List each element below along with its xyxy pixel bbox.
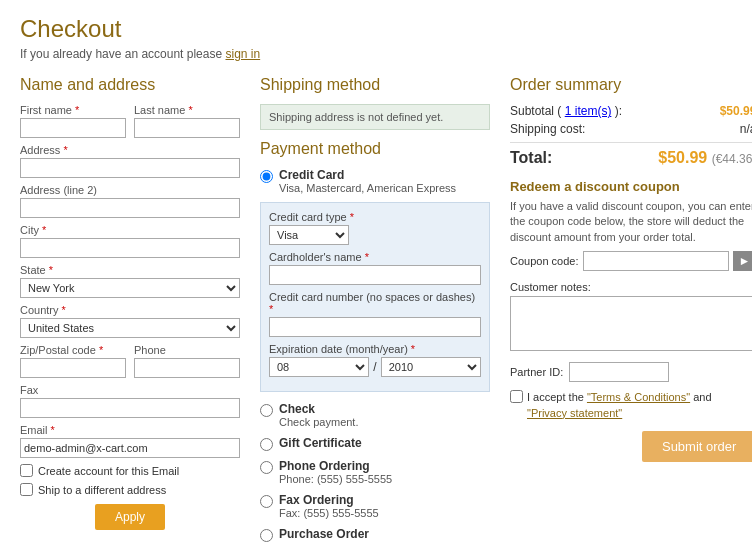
cc-exp-month-select[interactable]: 08 [269, 357, 369, 377]
ship-different-row: Ship to a different address [20, 483, 240, 496]
shipping-notice: Shipping address is not defined yet. [260, 104, 490, 130]
payment-option-po: Purchase Order [260, 527, 490, 542]
cc-exp-field: Expiration date (month/year) * 08 / 2010 [269, 343, 481, 377]
city-input[interactable] [20, 238, 240, 258]
privacy-link[interactable]: "Privacy statement" [527, 407, 622, 419]
email-field: Email * [20, 424, 240, 458]
city-field: City * [20, 224, 240, 258]
cc-type-field: Credit card type * Visa [269, 211, 481, 245]
page-title: Checkout [20, 15, 732, 43]
signin-link[interactable]: sign in [225, 47, 260, 61]
shipping-payment-section: Shipping method Shipping address is not … [260, 76, 490, 550]
apply-button[interactable]: Apply [95, 504, 165, 530]
address-field: Address * [20, 144, 240, 178]
customer-notes-section: Customer notes: [510, 281, 752, 354]
coupon-row: Coupon code: ► [510, 251, 752, 271]
partner-id-input[interactable] [569, 362, 669, 382]
subtitle: If you already have an account please si… [20, 47, 732, 61]
shipping-title: Shipping method [260, 76, 490, 94]
payment-option-phone: Phone Ordering Phone: (555) 555-5555 [260, 459, 490, 485]
items-link[interactable]: 1 item(s) [565, 104, 612, 118]
payment-option-credit-card: Credit Card Visa, Mastercard, American E… [260, 168, 490, 194]
order-summary-section: Order summary Subtotal ( 1 item(s) ): $5… [510, 76, 752, 462]
first-name-field: First name * [20, 104, 126, 138]
state-select[interactable]: New York [20, 278, 240, 298]
cc-holder-input[interactable] [269, 265, 481, 285]
phone-radio[interactable] [260, 461, 273, 474]
last-name-input[interactable] [134, 118, 240, 138]
check-radio[interactable] [260, 404, 273, 417]
address-input[interactable] [20, 158, 240, 178]
order-summary-title: Order summary [510, 76, 752, 94]
fax-radio[interactable] [260, 495, 273, 508]
customer-notes-input[interactable] [510, 296, 752, 351]
ship-different-checkbox[interactable] [20, 483, 33, 496]
payment-option-gift: Gift Certificate [260, 436, 490, 451]
shipping-cost-line: Shipping cost: n/a [510, 122, 752, 136]
gift-radio[interactable] [260, 438, 273, 451]
last-name-field: Last name * [134, 104, 240, 138]
create-account-row: Create account for this Email [20, 464, 240, 477]
payment-title: Payment method [260, 140, 490, 158]
state-field: State * New York [20, 264, 240, 298]
zip-field: Zip/Postal code * [20, 344, 126, 378]
cc-exp-year-select[interactable]: 2010 [381, 357, 481, 377]
subtotal-line: Subtotal ( 1 item(s) ): $50.99 [510, 104, 752, 118]
payment-option-fax: Fax Ordering Fax: (555) 555-5555 [260, 493, 490, 519]
address2-field: Address (line 2) [20, 184, 240, 218]
submit-order-button[interactable]: Submit order [642, 431, 752, 462]
fax-field: Fax [20, 384, 240, 418]
credit-card-form: Credit card type * Visa Cardholder's nam… [260, 202, 490, 392]
terms-checkbox[interactable] [510, 390, 523, 403]
discount-title: Redeem a discount coupon [510, 179, 752, 194]
terms-row: I accept the "Terms & Conditions" and "P… [510, 390, 752, 421]
discount-description: If you have a valid discount coupon, you… [510, 199, 752, 245]
phone-input[interactable] [134, 358, 240, 378]
first-name-input[interactable] [20, 118, 126, 138]
cc-number-field: Credit card number (no spaces or dashes)… [269, 291, 481, 337]
cc-type-select[interactable]: Visa [269, 225, 349, 245]
email-input[interactable] [20, 438, 240, 458]
payment-option-check: Check Check payment. [260, 402, 490, 428]
po-radio[interactable] [260, 529, 273, 542]
fax-input[interactable] [20, 398, 240, 418]
zip-input[interactable] [20, 358, 126, 378]
country-select[interactable]: United States [20, 318, 240, 338]
name-address-section: Name and address First name * Last name … [20, 76, 240, 530]
total-line: Total: $50.99 (€44.36) [510, 142, 752, 167]
credit-card-radio[interactable] [260, 170, 273, 183]
partner-id-row: Partner ID: [510, 362, 752, 382]
phone-field: Phone [134, 344, 240, 378]
country-field: Country * United States [20, 304, 240, 338]
terms-link[interactable]: "Terms & Conditions" [587, 391, 690, 403]
address2-input[interactable] [20, 198, 240, 218]
name-address-title: Name and address [20, 76, 240, 94]
create-account-checkbox[interactable] [20, 464, 33, 477]
coupon-input[interactable] [583, 251, 729, 271]
cc-holder-field: Cardholder's name * [269, 251, 481, 285]
discount-section: Redeem a discount coupon If you have a v… [510, 179, 752, 271]
cc-number-input[interactable] [269, 317, 481, 337]
coupon-apply-button[interactable]: ► [733, 251, 753, 271]
